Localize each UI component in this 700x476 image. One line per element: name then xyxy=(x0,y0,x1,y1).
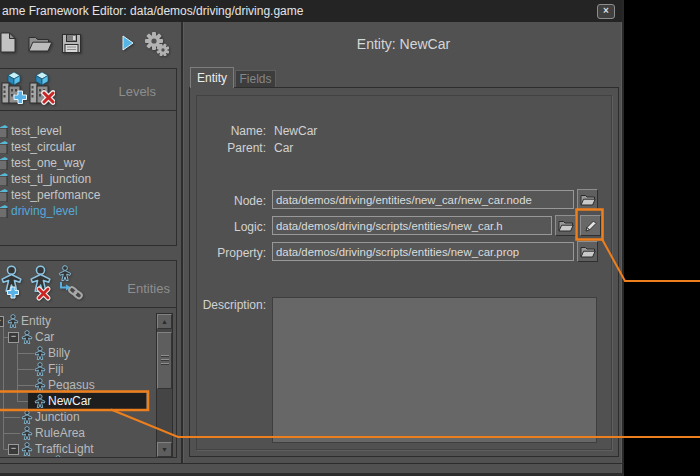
node-label: Node: xyxy=(180,194,266,208)
parent-label: Parent: xyxy=(180,141,266,155)
thumb-grip xyxy=(161,355,169,356)
thumb-grip xyxy=(161,363,169,364)
property-browse-button[interactable] xyxy=(577,241,598,262)
delete-level-button[interactable] xyxy=(29,71,55,108)
tree-scrollbar[interactable]: ▲ ▼ xyxy=(156,313,173,458)
person-icon xyxy=(34,362,46,376)
node-browse-button[interactable] xyxy=(577,189,598,210)
window-bottom-edge xyxy=(0,463,624,464)
property-path-input[interactable] xyxy=(272,242,574,261)
description-textarea[interactable] xyxy=(272,297,597,443)
open-button[interactable] xyxy=(27,34,53,56)
close-button[interactable]: × xyxy=(597,4,615,19)
window-title: ame Framework Editor: data/demos/driving… xyxy=(2,0,303,22)
tree-row-billy[interactable]: Billy xyxy=(34,345,70,361)
description-label: Description: xyxy=(180,298,266,312)
logic-browse-button[interactable] xyxy=(555,215,576,236)
add-level-button[interactable] xyxy=(1,71,27,108)
settings-button[interactable] xyxy=(144,31,169,59)
level-item[interactable]: test_perfomance xyxy=(0,187,170,203)
node-path-input[interactable] xyxy=(272,190,574,209)
expand-toggle[interactable] xyxy=(8,444,19,455)
save-button[interactable] xyxy=(62,34,81,56)
new-file-button[interactable] xyxy=(0,32,16,56)
tree-label: Pegasus xyxy=(48,378,95,392)
panel-divider[interactable] xyxy=(181,22,183,463)
logic-path-input[interactable] xyxy=(272,216,552,235)
app-window: ame Framework Editor: data/demos/driving… xyxy=(0,0,624,476)
levels-header: Levels xyxy=(0,69,176,111)
tree-row-car[interactable]: Car xyxy=(21,329,54,345)
level-icon xyxy=(0,205,8,218)
person-icon-partial xyxy=(52,455,64,458)
link-entity-icon xyxy=(57,265,84,301)
tree-row-newcar[interactable]: NewCar xyxy=(34,393,91,409)
scroll-up-button[interactable]: ▲ xyxy=(157,314,172,329)
play-icon xyxy=(122,35,134,51)
property-label: Property: xyxy=(180,246,266,260)
tree-label: Junction xyxy=(35,410,80,424)
level-item[interactable]: test_level xyxy=(0,123,170,139)
name-value: NewCar xyxy=(274,124,317,138)
level-item-selected[interactable]: driving_level xyxy=(0,203,170,219)
level-icon xyxy=(0,125,8,138)
tree-row-pegasus[interactable]: Pegasus xyxy=(34,377,95,393)
level-label: test_tl_junction xyxy=(11,172,91,186)
scroll-thumb[interactable] xyxy=(157,332,172,389)
folder-icon xyxy=(580,246,596,258)
new-file-icon xyxy=(0,32,16,53)
logic-label: Logic: xyxy=(180,220,266,234)
link-entity-button[interactable] xyxy=(57,265,84,304)
level-item[interactable]: test_circular xyxy=(0,139,170,155)
level-icon xyxy=(0,189,8,202)
level-item[interactable]: test_tl_junction xyxy=(0,171,170,187)
tree-row-entity[interactable]: Entity xyxy=(7,313,51,329)
run-button[interactable] xyxy=(122,35,134,54)
logic-edit-button[interactable] xyxy=(580,215,601,236)
entities-header: Entities xyxy=(0,261,176,308)
level-label: test_one_way xyxy=(11,156,85,170)
tree-label: Car xyxy=(35,330,54,344)
add-entity-button[interactable] xyxy=(0,264,26,305)
levels-panel: Levels test_level test_circular test_one… xyxy=(0,68,177,246)
expand-toggle[interactable] xyxy=(8,332,19,343)
level-label: test_level xyxy=(11,124,62,138)
person-icon xyxy=(34,394,46,408)
scroll-down-button[interactable]: ▼ xyxy=(157,442,172,457)
tree-label: NewCar xyxy=(48,394,91,408)
editor-title: Entity: NewCar xyxy=(189,36,618,52)
add-level-icon xyxy=(1,71,27,105)
tab-fields[interactable]: Fields xyxy=(235,70,276,88)
levels-caption: Levels xyxy=(118,84,156,99)
tree-row-junction[interactable]: Junction xyxy=(21,409,80,425)
parent-value: Car xyxy=(274,141,293,155)
entities-caption: Entities xyxy=(127,281,170,296)
screenshot-stage: ame Framework Editor: data/demos/driving… xyxy=(0,0,700,476)
delete-entity-button[interactable] xyxy=(29,264,55,305)
tree-row-fiji[interactable]: Fiji xyxy=(34,361,63,377)
tab-entity[interactable]: Entity xyxy=(190,67,234,88)
open-folder-icon xyxy=(27,34,53,53)
folder-icon xyxy=(580,194,596,206)
expand-toggle[interactable] xyxy=(0,316,4,327)
close-icon: × xyxy=(603,5,609,16)
person-icon xyxy=(34,378,46,392)
pencil-icon xyxy=(584,219,598,233)
tree-label: Fiji xyxy=(48,362,63,376)
person-icon xyxy=(7,314,19,328)
level-label: test_circular xyxy=(11,140,76,154)
level-label: driving_level xyxy=(11,204,78,218)
save-icon xyxy=(62,34,81,53)
person-icon xyxy=(21,426,33,440)
level-icon xyxy=(0,157,8,170)
tree-label: RuleArea xyxy=(35,426,85,440)
name-label: Name: xyxy=(180,124,266,138)
tree-row-rulearea[interactable]: RuleArea xyxy=(21,425,85,441)
level-icon xyxy=(0,141,8,154)
entities-panel: Entities xyxy=(0,260,177,458)
level-item[interactable]: test_one_way xyxy=(0,155,170,171)
folder-icon xyxy=(558,220,574,232)
level-label: test_perfomance xyxy=(11,188,100,202)
tree-label: TrafficLight xyxy=(35,442,94,456)
person-icon xyxy=(21,330,33,344)
